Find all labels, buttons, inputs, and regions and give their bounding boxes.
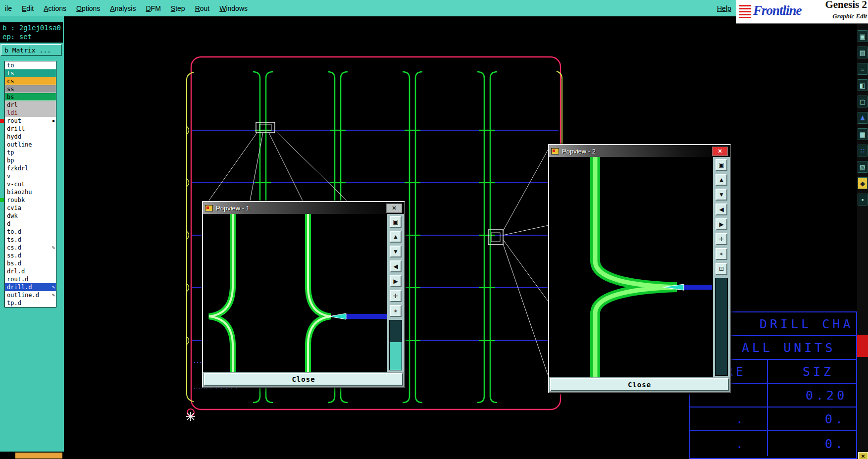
scrollbar-thumb[interactable] xyxy=(390,342,402,370)
menu-help[interactable]: Help xyxy=(713,0,735,16)
layer-to[interactable]: to xyxy=(5,61,56,69)
layers-panel-icon[interactable]: ▤ xyxy=(858,47,868,58)
layer-drill[interactable]: drill xyxy=(5,125,56,133)
layer-drl.d[interactable]: drl.d xyxy=(5,267,56,275)
popview-window-1[interactable]: Popview - 1 ✕ ▣▲▼◀▶✛⌖ xyxy=(202,201,405,388)
frontline-stripes-icon xyxy=(739,5,751,18)
popview-close-button[interactable]: Close xyxy=(204,373,403,386)
trace-east-horn xyxy=(595,157,677,377)
pan-up-icon[interactable]: ▲ xyxy=(715,174,727,186)
layer-cs.d[interactable]: cs.d✎ xyxy=(5,244,56,252)
menu-file[interactable]: ile xyxy=(0,0,17,16)
menu-actions[interactable]: Actions xyxy=(39,0,71,16)
pan-up-icon[interactable]: ▲ xyxy=(390,231,402,243)
overlap-view-icon[interactable]: ▣ xyxy=(715,159,727,171)
red-indicator xyxy=(857,335,868,357)
small-square-icon[interactable]: ▪ xyxy=(858,194,868,205)
popview-1-toolbar: ▣▲▼◀▶✛⌖ xyxy=(387,214,404,372)
layer-outline.d[interactable]: outline.d✎ xyxy=(5,291,56,299)
popview-1-canvas[interactable] xyxy=(203,214,387,372)
layer-fzkdrl[interactable]: fzkdrl xyxy=(5,164,56,172)
status-x-button[interactable]: ✕ xyxy=(858,452,868,459)
layer-ss[interactable]: ss xyxy=(5,85,56,93)
layer-dwk[interactable]: dwk xyxy=(5,212,56,220)
menu-options[interactable]: Options xyxy=(71,0,105,16)
pan-right-icon[interactable]: ▶ xyxy=(715,218,727,230)
job-label: b : 2g1ej01sa0 xyxy=(2,24,61,32)
step-label: ep: set xyxy=(2,33,32,41)
layer-ss.d[interactable]: ss.d xyxy=(5,252,56,259)
close-window-button[interactable]: ✕ xyxy=(712,147,728,156)
brand-panel: Frontline Genesis 2 Graphic Edit xyxy=(736,0,868,24)
layer-d[interactable]: d xyxy=(5,220,56,228)
new-window-icon[interactable]: ▣ xyxy=(858,30,868,42)
signal-line xyxy=(683,285,712,290)
layer-tp[interactable]: tp xyxy=(5,149,56,156)
popview-1-titlebar[interactable]: Popview - 1 ✕ xyxy=(203,202,404,214)
sidebar-bottom-strip xyxy=(0,452,64,459)
grid-icon[interactable]: ▦ xyxy=(858,128,868,140)
popview-scrollbar[interactable] xyxy=(715,278,728,376)
cell-figure-2: . xyxy=(690,408,768,430)
alert-diamond-icon[interactable]: ◆ xyxy=(858,177,868,189)
popview-2-canvas[interactable] xyxy=(549,157,713,377)
layer-cs[interactable]: cs xyxy=(5,77,56,85)
routing-trace xyxy=(415,72,422,403)
split-view-icon[interactable]: ◧ xyxy=(858,79,868,91)
menu-lines-icon[interactable]: ≡ xyxy=(858,63,868,75)
menu-edit[interactable]: Edit xyxy=(17,0,39,16)
layer-rout[interactable]: rout▪ xyxy=(5,117,56,125)
move-view-icon[interactable]: ✛ xyxy=(390,290,402,302)
overlap-view-icon[interactable]: ▣ xyxy=(390,216,402,228)
crosshair-icon[interactable]: ⊡ xyxy=(715,263,727,275)
center-view-icon[interactable]: ⌖ xyxy=(715,248,727,260)
layer-roubk[interactable]: roubk xyxy=(5,196,56,204)
layer-bs[interactable]: bs xyxy=(5,93,56,101)
menu-dfm[interactable]: DFM xyxy=(141,0,165,16)
layer-name: outline.d xyxy=(7,292,39,299)
empty-frame-icon[interactable]: ▢ xyxy=(858,96,868,107)
layer-drl[interactable]: drl xyxy=(5,101,56,109)
pan-left-icon[interactable]: ◀ xyxy=(715,204,727,215)
popview-window-2[interactable]: Popview - 2 ✕ ▣▲▼◀▶✛⌖⊡ Close xyxy=(548,144,731,393)
pan-down-icon[interactable]: ▼ xyxy=(390,246,402,257)
layer-ts[interactable]: ts xyxy=(5,69,56,77)
user-icon[interactable]: ♟ xyxy=(858,112,868,124)
popview-scrollbar[interactable] xyxy=(389,320,402,370)
cell-size-1: 0.20 xyxy=(768,388,856,403)
layer-ts.d[interactable]: ts.d xyxy=(5,236,56,244)
popview-2-titlebar[interactable]: Popview - 2 ✕ xyxy=(549,145,730,157)
layer-biaozhu[interactable]: biaozhu xyxy=(5,188,56,196)
close-window-button[interactable]: ✕ xyxy=(386,204,402,213)
layer-bs.d[interactable]: bs.d xyxy=(5,259,56,267)
layer-bp[interactable]: bp xyxy=(5,156,56,164)
center-view-icon[interactable]: ⌖ xyxy=(390,305,402,317)
layer-ldi[interactable]: ldi xyxy=(5,109,56,117)
layer-rout.d[interactable]: rout.d xyxy=(5,275,56,283)
layer-v[interactable]: v xyxy=(5,172,56,180)
layer-to.d[interactable]: to.d xyxy=(5,228,56,236)
layer-cvia[interactable]: cvia xyxy=(5,204,56,212)
hatch-icon[interactable]: ▧ xyxy=(858,161,868,173)
menu-items: ileEditActionsOptionsAnalysisDFMStepRout… xyxy=(0,0,253,16)
pan-right-icon[interactable]: ▶ xyxy=(390,275,402,287)
dots-icon[interactable]: ∷ xyxy=(858,145,868,156)
menu-step[interactable]: Step xyxy=(166,0,190,16)
layer-v-cut[interactable]: v-cut xyxy=(5,180,56,188)
move-view-icon[interactable]: ✛ xyxy=(715,233,727,245)
layer-hydd[interactable]: hydd xyxy=(5,133,56,141)
pan-left-icon[interactable]: ◀ xyxy=(390,260,402,272)
layer-name: d xyxy=(7,220,10,227)
column-header-size: SIZ xyxy=(768,364,856,379)
layer-list: totscsssbsdrlldirout▪drillhyddoutlinetpb… xyxy=(4,61,56,307)
layer-name: rout.d xyxy=(7,276,28,283)
layer-outline[interactable]: outline xyxy=(5,141,56,149)
popview-close-button[interactable]: Close xyxy=(550,378,729,391)
menu-rout[interactable]: Rout xyxy=(190,0,215,16)
layer-drill.d[interactable]: drill.d✎ xyxy=(5,283,56,291)
menu-windows[interactable]: Windows xyxy=(214,0,253,16)
job-matrix-button[interactable]: b Matrix ... xyxy=(0,44,62,56)
layer-tp.d[interactable]: tp.d xyxy=(5,299,56,307)
menu-analysis[interactable]: Analysis xyxy=(105,0,141,16)
pan-down-icon[interactable]: ▼ xyxy=(715,189,727,201)
